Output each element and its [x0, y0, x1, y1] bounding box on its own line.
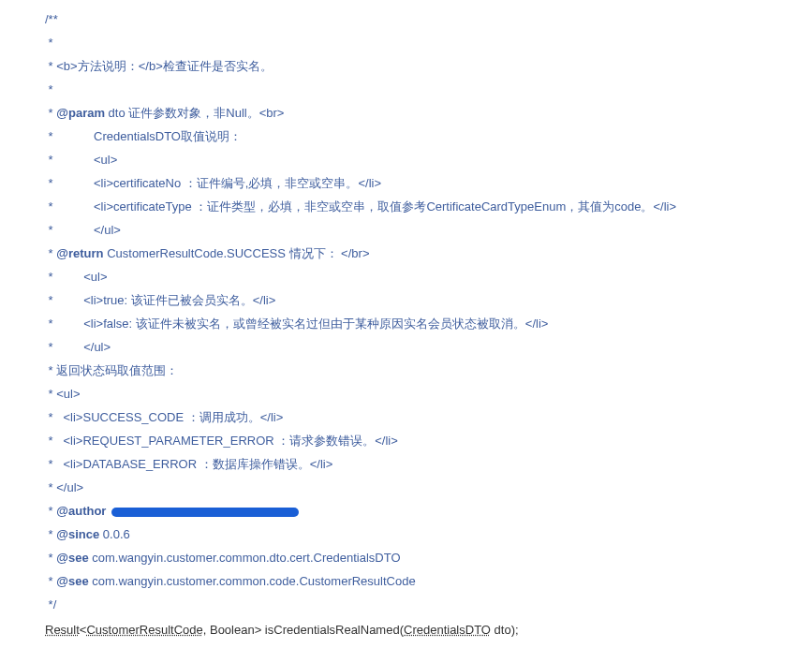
- javadoc-block: /** * * <b>方法说明：</b>检查证件是否实名。 * * @param…: [0, 7, 812, 616]
- javadoc-line: /**: [45, 7, 812, 31]
- javadoc-text: [106, 504, 110, 518]
- javadoc-line: *: [45, 78, 812, 101]
- javadoc-text: com.wangyin.customer.common.dto.cert.Cre…: [89, 551, 401, 565]
- redacted-author: [111, 508, 299, 517]
- type-credentials-dto: CredentialsDTO: [404, 623, 491, 637]
- javadoc-line: * <b>方法说明：</b>检查证件是否实名。: [45, 54, 812, 78]
- javadoc-text: dto 证件参数对象，非Null。<br>: [105, 106, 284, 120]
- javadoc-line: *: [45, 31, 812, 54]
- javadoc-line: * <li>DATABASE_ERROR ：数据库操作错误。</li>: [45, 452, 812, 476]
- javadoc-line-see: * @see com.wangyin.customer.common.code.…: [45, 569, 812, 593]
- javadoc-line-since: * @since 0.0.6: [45, 523, 812, 546]
- javadoc-line: * <li>REQUEST_PARAMETER_ERROR ：请求参数错误。</…: [45, 429, 812, 452]
- javadoc-text: com.wangyin.customer.common.code.Custome…: [89, 574, 416, 588]
- javadoc-tag-author: @author: [56, 504, 106, 518]
- sig-text: , Boolean> isCredentialsRealNamed(: [203, 623, 404, 637]
- type-result: Result: [45, 623, 80, 637]
- javadoc-tag-see: @see: [56, 574, 88, 588]
- javadoc-tag-see: @see: [56, 551, 88, 565]
- javadoc-line: * </ul>: [45, 476, 812, 499]
- javadoc-line-return: * @return CustomerResultCode.SUCCESS 情况下…: [45, 242, 812, 265]
- javadoc-tag-param: @param: [56, 106, 105, 120]
- javadoc-prefix: *: [45, 551, 56, 565]
- javadoc-line-see: * @see com.wangyin.customer.common.dto.c…: [45, 546, 812, 569]
- javadoc-line-param: * @param dto 证件参数对象，非Null。<br>: [45, 101, 812, 125]
- javadoc-prefix: *: [45, 106, 56, 120]
- javadoc-line: * <ul>: [45, 148, 812, 171]
- javadoc-tag-return: @return: [56, 246, 103, 260]
- javadoc-line: * <li>certificateNo ：证件编号,必填，非空或空串。</li>: [45, 171, 812, 195]
- javadoc-prefix: *: [45, 574, 56, 588]
- javadoc-text: CustomerResultCode.SUCCESS 情况下： </br>: [104, 246, 370, 260]
- method-signature: Result<CustomerResultCode, Boolean> isCr…: [0, 618, 812, 641]
- javadoc-line: * </ul>: [45, 218, 812, 242]
- javadoc-line: * <li>SUCCESS_CODE ：调用成功。</li>: [45, 405, 812, 429]
- javadoc-prefix: *: [45, 527, 56, 541]
- javadoc-prefix: *: [45, 504, 56, 518]
- type-customer-result-code: CustomerResultCode: [86, 623, 202, 637]
- javadoc-prefix: *: [45, 246, 56, 260]
- javadoc-line: * <li>false: 该证件未被实名，或曾经被实名过但由于某种原因实名会员状…: [45, 312, 812, 335]
- javadoc-line-author: * @author: [45, 499, 812, 523]
- javadoc-line: * <ul>: [45, 265, 812, 288]
- javadoc-line: * </ul>: [45, 335, 812, 359]
- javadoc-line: */: [45, 593, 812, 616]
- javadoc-text: 0.0.6: [99, 527, 130, 541]
- javadoc-line: * 返回状态码取值范围：: [45, 359, 812, 382]
- javadoc-line: * <ul>: [45, 382, 812, 405]
- javadoc-line: * CredentialsDTO取值说明：: [45, 125, 812, 148]
- javadoc-tag-since: @since: [56, 527, 99, 541]
- javadoc-line: * <li>certificateType ：证件类型，必填，非空或空串，取值参…: [45, 195, 812, 218]
- javadoc-line: * <li>true: 该证件已被会员实名。</li>: [45, 288, 812, 312]
- sig-text: dto);: [491, 623, 519, 637]
